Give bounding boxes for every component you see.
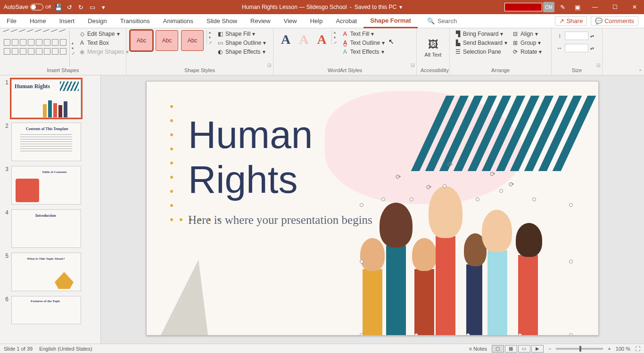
thumbnail-3[interactable]: Table of Contents: [11, 166, 81, 205]
zoom-level[interactable]: 100 %: [616, 346, 630, 352]
hands-group-selected[interactable]: ⟳⟳⟳⟳⟳: [363, 175, 570, 335]
shapes-gallery-more[interactable]: ▴▾⤢: [69, 30, 75, 66]
merge-shapes-icon: ◉: [79, 49, 85, 55]
merge-shapes-button[interactable]: ◉Merge Shapes ▾: [78, 48, 130, 56]
slide-canvas[interactable]: HumanRights Here is where your presentat…: [146, 81, 599, 336]
notes-button[interactable]: ≡ Notes: [469, 346, 487, 352]
text-effects-icon: A: [342, 49, 348, 55]
qat-more-icon[interactable]: ▾: [100, 3, 107, 11]
tab-home[interactable]: Home: [23, 14, 53, 28]
group-arrange: ▜Bring Forward ▾ ▙Send Backward ▾ ☰Selec…: [450, 28, 552, 75]
rotate-button[interactable]: ⟳Rotate ▾: [511, 48, 543, 56]
save-icon[interactable]: 💾: [55, 3, 62, 11]
title-dropdown-icon[interactable]: ▾: [399, 4, 402, 10]
collapse-ribbon-icon[interactable]: ⌃: [638, 69, 642, 74]
selection-pane-button[interactable]: ☰Selection Pane: [454, 48, 508, 56]
edit-shape-button[interactable]: ◇Edit Shape ▾: [78, 30, 130, 38]
shape-style-preset-2[interactable]: Abc: [156, 30, 178, 51]
group-insert-shapes: ▴▾⤢ ◇Edit Shape ▾ AText Box ◉Merge Shape…: [0, 28, 126, 75]
search-icon: 🔍: [427, 17, 435, 25]
thumbnail-2[interactable]: Contents of This Template: [11, 123, 81, 161]
language-status[interactable]: English (United States): [39, 346, 92, 352]
slideshow-view-button[interactable]: ▶: [531, 345, 544, 353]
ribbon-display-icon[interactable]: ▣: [570, 3, 585, 11]
send-backward-button[interactable]: ▙Send Backward ▾: [454, 39, 508, 47]
thumbnail-5[interactable]: What Is This Topic About?: [11, 253, 81, 291]
fit-to-window-button[interactable]: ⛶: [635, 346, 640, 352]
tab-insert[interactable]: Insert: [53, 14, 82, 28]
maximize-button[interactable]: ☐: [605, 0, 624, 14]
zoom-slider[interactable]: [556, 348, 603, 350]
shape-outline-button[interactable]: ▭Shape Outline ▾: [216, 39, 267, 47]
tab-file[interactable]: File: [0, 14, 23, 28]
shape-outline-icon: ▭: [217, 40, 223, 46]
slide-stage[interactable]: HumanRights Here is where your presentat…: [101, 75, 644, 344]
slide-title[interactable]: HumanRights: [188, 113, 313, 203]
group-icon: ⊞: [512, 40, 519, 46]
user-initials[interactable]: CM: [543, 2, 554, 12]
text-outline-button[interactable]: A̲Text Outline ▾: [341, 39, 386, 47]
shape-styles-dialog-launcher[interactable]: ◲: [267, 63, 272, 67]
height-input[interactable]: ↕▴▾: [555, 31, 595, 41]
sorter-view-button[interactable]: ▦: [505, 345, 517, 353]
tab-review[interactable]: Review: [244, 14, 277, 28]
redo-icon[interactable]: ↻: [77, 3, 85, 11]
tab-acrobat[interactable]: Acrobat: [329, 14, 363, 28]
undo-icon[interactable]: ↺: [66, 3, 74, 11]
thumbnail-4[interactable]: Introduction: [11, 209, 81, 248]
share-button[interactable]: ↗ Share: [555, 16, 587, 26]
tab-view[interactable]: View: [277, 14, 304, 28]
shape-effects-button[interactable]: ◐Shape Effects ▾: [216, 48, 267, 56]
thumbnail-6[interactable]: Features of the Topic: [11, 296, 81, 324]
tab-animations[interactable]: Animations: [157, 14, 200, 28]
search-box[interactable]: 🔍 Search: [427, 17, 457, 25]
wordart-preset-2[interactable]: A: [295, 30, 312, 49]
slide-counter[interactable]: Slide 1 of 39: [4, 346, 33, 352]
zoom-out-button[interactable]: −: [548, 346, 551, 352]
autosave-toggle[interactable]: AutoSave Off: [4, 4, 51, 10]
wordart-preset-1[interactable]: A: [277, 30, 294, 49]
present-from-start-icon[interactable]: ▭: [89, 3, 96, 11]
autosave-switch-off[interactable]: [30, 4, 43, 10]
tab-transitions[interactable]: Transitions: [114, 14, 157, 28]
shape-styles-more[interactable]: ▴▾⤢: [206, 30, 213, 45]
group-button[interactable]: ⊞Group ▾: [511, 39, 543, 47]
align-button[interactable]: ⊟Align ▾: [511, 30, 543, 38]
tab-design[interactable]: Design: [81, 14, 113, 28]
title-bar: AutoSave Off 💾 ↺ ↻ ▭ ▾ Human Rights Less…: [0, 0, 644, 14]
shape-style-preset-3[interactable]: Abc: [181, 30, 204, 51]
size-dialog-launcher[interactable]: ◲: [596, 63, 601, 67]
alt-text-icon: 🖼: [428, 39, 438, 51]
group-label-size: Size: [555, 66, 598, 74]
zoom-in-button[interactable]: +: [608, 346, 611, 352]
wordart-gallery-more[interactable]: ▴▾⤢: [331, 30, 338, 45]
bring-forward-button[interactable]: ▜Bring Forward ▾: [454, 30, 508, 38]
shape-effects-icon: ◐: [217, 49, 223, 55]
wordart-dialog-launcher[interactable]: ◲: [411, 63, 415, 67]
tab-help[interactable]: Help: [304, 14, 330, 28]
normal-view-button[interactable]: ▢: [492, 345, 504, 353]
text-effects-button[interactable]: AText Effects ▾: [341, 48, 386, 56]
tab-shape-format[interactable]: Shape Format: [363, 14, 418, 28]
width-input[interactable]: ↔▴▾: [555, 43, 595, 53]
group-label-accessibility: Accessibility: [421, 66, 446, 74]
reading-view-button[interactable]: ▭: [518, 345, 530, 353]
alt-text-button[interactable]: 🖼 Alt Text: [424, 30, 443, 66]
shape-fill-button[interactable]: ◧Shape Fill ▾: [216, 30, 267, 38]
text-fill-button[interactable]: AText Fill ▾: [341, 30, 386, 38]
wordart-preset-3[interactable]: A: [313, 30, 330, 49]
user-account-box[interactable]: [504, 3, 542, 11]
thumbnail-1[interactable]: Human Rights: [11, 79, 81, 118]
send-backward-icon: ▙: [454, 40, 461, 46]
shapes-gallery[interactable]: [4, 30, 66, 66]
group-accessibility: 🖼 Alt Text Accessibility: [417, 28, 450, 75]
text-box-button[interactable]: AText Box: [78, 39, 130, 47]
comments-button[interactable]: 💬 Comments: [591, 16, 638, 26]
close-button[interactable]: ✕: [625, 0, 644, 14]
tab-slideshow[interactable]: Slide Show: [200, 14, 244, 28]
minimize-button[interactable]: ―: [586, 0, 604, 14]
slide-subtitle[interactable]: Here is where your presentation begins: [188, 213, 372, 227]
slide-thumbnails-panel[interactable]: 1 Human Rights 2 Contents of This Templa…: [0, 75, 101, 344]
shape-style-preset-1[interactable]: Abc: [130, 30, 153, 51]
coming-soon-icon[interactable]: ✎: [555, 3, 570, 11]
